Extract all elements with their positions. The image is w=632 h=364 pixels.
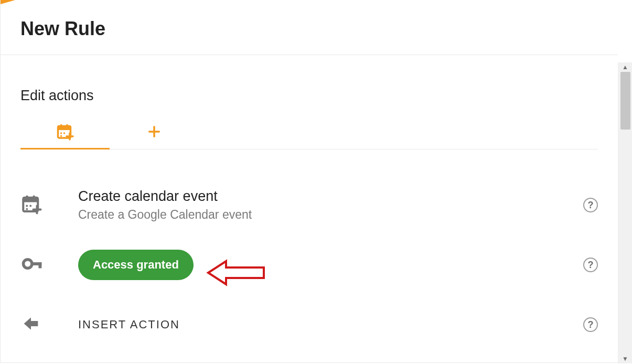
calendar-add-icon xyxy=(56,122,74,143)
scrollbar-thumb[interactable] xyxy=(620,72,630,130)
tab-calendar-action[interactable] xyxy=(20,117,110,149)
svg-rect-2 xyxy=(60,124,62,127)
action-row-insert[interactable]: INSERT ACTION ? xyxy=(20,293,598,344)
modal-header: New Rule xyxy=(1,0,618,55)
action-subtitle: Create a Google Calendar event xyxy=(78,208,252,222)
svg-rect-3 xyxy=(66,124,68,127)
svg-rect-13 xyxy=(26,195,28,199)
svg-point-4 xyxy=(60,132,62,134)
arrow-left-icon xyxy=(20,313,41,336)
new-rule-modal: New Rule Edit actions xyxy=(0,0,618,363)
access-granted-chip[interactable]: Access granted xyxy=(78,250,194,280)
svg-point-17 xyxy=(26,208,28,210)
help-icon[interactable]: ? xyxy=(583,198,598,212)
svg-point-20 xyxy=(24,260,33,269)
svg-point-6 xyxy=(60,135,62,136)
plus-icon xyxy=(147,124,162,141)
action-row-access: Access granted ? xyxy=(20,233,598,284)
actions-tabs xyxy=(20,116,598,149)
key-icon xyxy=(20,252,44,277)
scroll-up-arrow-icon[interactable]: ▲ xyxy=(618,62,632,72)
help-icon[interactable]: ? xyxy=(583,317,598,332)
svg-rect-14 xyxy=(33,195,35,199)
scroll-down-arrow-icon[interactable]: ▼ xyxy=(618,354,632,363)
svg-rect-12 xyxy=(23,198,38,202)
svg-point-15 xyxy=(26,205,28,207)
action-title: Create calendar event xyxy=(78,188,252,205)
svg-rect-22 xyxy=(38,262,41,268)
svg-point-5 xyxy=(63,132,65,134)
svg-rect-1 xyxy=(58,126,71,130)
vertical-scrollbar[interactable]: ▲ ▼ xyxy=(618,62,632,363)
page-title: New Rule xyxy=(20,18,598,40)
calendar-add-icon xyxy=(20,193,42,217)
accent-corner xyxy=(1,0,15,4)
section-title: Edit actions xyxy=(20,88,598,104)
modal-body: Edit actions xyxy=(1,62,618,362)
action-row-calendar-event: Create calendar event Create a Google Ca… xyxy=(20,174,598,224)
tab-add-action[interactable] xyxy=(110,116,199,149)
help-icon[interactable]: ? xyxy=(583,258,598,272)
svg-marker-23 xyxy=(24,317,38,329)
svg-point-16 xyxy=(29,205,31,207)
insert-action-label: INSERT ACTION xyxy=(78,318,180,331)
chip-label: Access granted xyxy=(93,258,179,272)
